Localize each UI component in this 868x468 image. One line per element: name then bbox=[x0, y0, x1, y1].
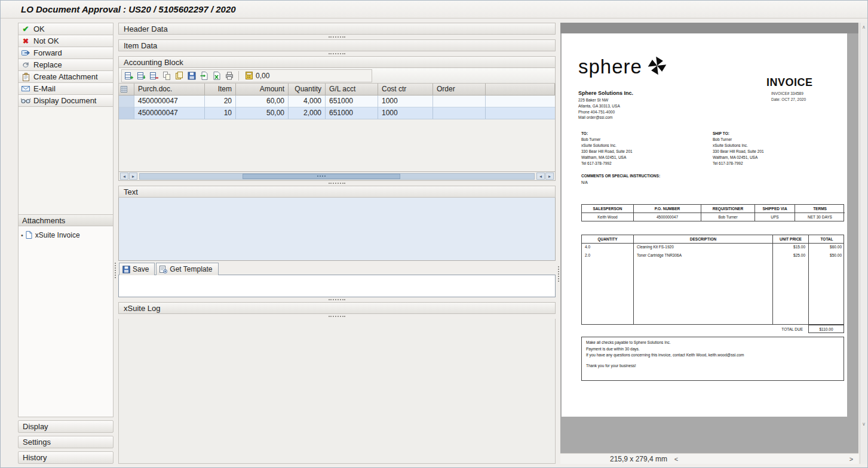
amount-total-value: 0,00 bbox=[256, 72, 269, 80]
accounting-row[interactable]: 4500000047 10 50,00 2,000 651000 1000 bbox=[119, 107, 555, 119]
cell-quantity[interactable]: 4,000 bbox=[289, 96, 326, 107]
to-line: Tel 617-378-7992 bbox=[581, 161, 713, 167]
preview-vscrollbar[interactable] bbox=[860, 23, 867, 464]
section-item-data[interactable]: Item Data bbox=[118, 39, 556, 51]
delete-row-icon[interactable] bbox=[149, 70, 160, 81]
attachment-item-xsuite-invoice[interactable]: xSuite Invoice bbox=[21, 230, 111, 239]
right-arrow-icon[interactable] bbox=[847, 455, 855, 463]
get-template-button[interactable]: Get Template bbox=[156, 263, 218, 275]
scroll-left-icon[interactable] bbox=[120, 173, 128, 180]
forward-button[interactable]: Forward bbox=[18, 47, 114, 59]
comments-label: COMMENTS OR SPECIAL INSTRUCTIONS: bbox=[581, 173, 660, 179]
create-attachment-button-label: Create Attachment bbox=[33, 72, 98, 81]
display-panel-button[interactable]: Display bbox=[18, 420, 114, 433]
column-header-amount[interactable]: Amount bbox=[236, 84, 289, 95]
preview-canvas[interactable]: sphere INVOIC bbox=[560, 33, 858, 453]
vertical-splitter-handle[interactable] bbox=[115, 263, 116, 278]
attachments-header[interactable]: Attachments bbox=[18, 214, 114, 226]
column-header-costctr[interactable]: Cost ctr bbox=[378, 84, 433, 95]
cell-item[interactable]: 20 bbox=[205, 96, 236, 107]
scroll-right-icon[interactable] bbox=[545, 173, 554, 180]
splitter-handle[interactable] bbox=[118, 181, 556, 186]
invoice-meta: INVOICE# 334589 Date: OCT 27, 2020 bbox=[771, 91, 806, 103]
replace-button[interactable]: Replace bbox=[18, 59, 114, 71]
duplicate-icon[interactable] bbox=[174, 70, 185, 81]
info-header: TERMS bbox=[795, 205, 845, 213]
insert-row-icon[interactable] bbox=[124, 70, 134, 81]
cell-item[interactable]: 10 bbox=[205, 107, 236, 119]
attachments-header-label: Attachments bbox=[22, 216, 65, 225]
items-header-row: QUANTITY DESCRIPTION UNIT PRICE TOTAL bbox=[581, 235, 844, 244]
select-all-icon[interactable] bbox=[119, 84, 134, 95]
cell-costctr[interactable]: 1000 bbox=[378, 107, 433, 119]
down-arrow-icon[interactable] bbox=[862, 421, 866, 427]
text-display-area[interactable] bbox=[118, 198, 556, 261]
settings-panel-button[interactable]: Settings bbox=[18, 436, 114, 448]
import-icon[interactable] bbox=[199, 70, 210, 81]
create-attachment-button[interactable]: Create Attachment bbox=[18, 70, 114, 83]
get-template-button-label: Get Template bbox=[170, 265, 212, 273]
accounting-hscrollbar bbox=[118, 172, 556, 181]
section-accounting-block[interactable]: Accounting Block bbox=[118, 56, 556, 68]
copy-row-icon[interactable] bbox=[161, 70, 172, 81]
cell-filler bbox=[486, 107, 555, 119]
cell-purchdoc[interactable]: 4500000047 bbox=[134, 96, 205, 107]
cell-purchdoc[interactable]: 4500000047 bbox=[134, 107, 205, 119]
scroll-right-icon[interactable] bbox=[129, 173, 137, 180]
not-ok-button[interactable]: ✖ Not OK bbox=[18, 35, 114, 47]
item-desc: Cleaning Kit FS-1920 bbox=[634, 244, 772, 252]
save-text-button[interactable]: Save bbox=[119, 263, 155, 275]
cell-amount[interactable]: 60,00 bbox=[236, 96, 289, 107]
text-input-area[interactable] bbox=[118, 275, 556, 297]
cell-filler bbox=[486, 96, 555, 107]
comments-value: N/A bbox=[581, 179, 660, 186]
section-header-data[interactable]: Header Data bbox=[118, 23, 556, 35]
cell-costctr[interactable]: 1000 bbox=[378, 96, 433, 107]
scroll-left-icon[interactable] bbox=[536, 173, 545, 180]
ok-button[interactable]: ✔ OK bbox=[18, 23, 114, 35]
cell-glacct[interactable]: 651000 bbox=[326, 107, 378, 119]
column-header-purchdoc[interactable]: Purch.doc. bbox=[134, 84, 205, 95]
info-header: P.O. NUMBER bbox=[634, 205, 701, 213]
cell-amount[interactable]: 50,00 bbox=[236, 107, 289, 119]
splitter-handle[interactable] bbox=[118, 297, 556, 302]
row-selector[interactable] bbox=[119, 107, 134, 119]
attachment-icon bbox=[21, 72, 30, 81]
ship-line: 330 Bear Hill Road, Suite 201 bbox=[713, 149, 844, 155]
accounting-row[interactable]: 4500000047 20 60,00 4,000 651000 1000 bbox=[119, 96, 555, 107]
preview-hscroll-track[interactable] bbox=[685, 456, 842, 462]
hscroll-track[interactable] bbox=[139, 173, 535, 180]
cell-quantity[interactable]: 2,000 bbox=[289, 107, 326, 119]
company-address-line: Atlanta, GA 30313, USA bbox=[578, 103, 633, 109]
invoice-info-table: SALESPERSON P.O. NUMBER REQUISITIONER SH… bbox=[581, 204, 844, 221]
email-button[interactable]: E-Mail bbox=[18, 82, 114, 95]
print-icon[interactable] bbox=[224, 70, 235, 81]
cell-order[interactable] bbox=[433, 107, 486, 119]
splitter-handle[interactable] bbox=[118, 51, 556, 56]
history-panel-button[interactable]: History bbox=[18, 451, 114, 464]
item-total: $60.00 bbox=[809, 244, 845, 252]
section-xsuite-log[interactable]: xSuite Log bbox=[118, 302, 556, 314]
save-icon[interactable] bbox=[186, 70, 197, 81]
export-icon[interactable] bbox=[211, 70, 222, 81]
append-row-icon[interactable] bbox=[136, 70, 147, 81]
cell-order[interactable] bbox=[433, 96, 486, 107]
splitter-handle[interactable] bbox=[118, 314, 556, 319]
row-selector[interactable] bbox=[119, 96, 134, 107]
section-text[interactable]: Text bbox=[118, 186, 556, 198]
items-body: 4.0 2.0 Cleaning Kit FS-1920 Toner Cartr… bbox=[581, 244, 844, 325]
app-window: LO Document Approval : US20 / 5105602297… bbox=[0, 0, 868, 468]
column-header-order[interactable]: Order bbox=[433, 84, 486, 95]
vertical-splitter-handle[interactable] bbox=[558, 266, 559, 282]
display-document-button[interactable]: Display Document bbox=[18, 94, 114, 107]
note-line: Make all checks payable to Sphere Soluti… bbox=[586, 340, 839, 346]
accounting-toolbar-strip: 0,00 bbox=[121, 69, 372, 82]
left-arrow-icon[interactable] bbox=[672, 455, 680, 463]
splitter-handle[interactable] bbox=[118, 35, 556, 39]
up-arrow-icon[interactable] bbox=[862, 24, 866, 30]
column-header-quantity[interactable]: Quantity bbox=[289, 84, 326, 95]
column-header-glacct[interactable]: G/L acct bbox=[326, 84, 378, 95]
cell-glacct[interactable]: 651000 bbox=[326, 96, 378, 107]
hscroll-thumb[interactable] bbox=[243, 174, 400, 179]
column-header-item[interactable]: Item bbox=[205, 84, 236, 95]
